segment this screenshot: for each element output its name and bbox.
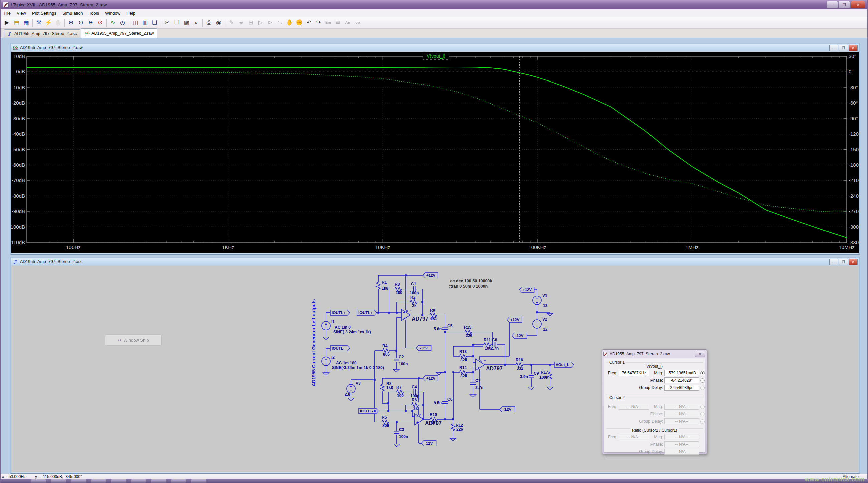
fft-icon[interactable]: ◷ xyxy=(118,18,127,27)
menu-item-plot-settings[interactable]: Plot Settings xyxy=(29,10,59,17)
dialog-close-button[interactable]: ✕ xyxy=(694,351,705,357)
svg-text:C6: C6 xyxy=(447,397,453,402)
resistor-R1[interactable] xyxy=(376,281,380,290)
cursor1-phase-radio[interactable] xyxy=(700,379,705,383)
svg-text:−: − xyxy=(416,415,418,419)
taskbar-item[interactable] xyxy=(151,479,166,483)
taskbar-item[interactable] xyxy=(31,479,46,483)
child-close-button[interactable]: ✕ xyxy=(848,259,858,265)
ground-symbol[interactable] xyxy=(528,387,534,390)
waveform-window-title: AD1955_Amp_797_Stereo_2.raw xyxy=(20,45,83,50)
print-preview-icon[interactable]: ◉ xyxy=(214,18,223,27)
ground-symbol[interactable] xyxy=(436,373,442,375)
run-icon[interactable]: ▶ xyxy=(2,18,12,27)
zoom-area-icon[interactable]: ⊙ xyxy=(76,18,86,27)
cursor1-mag-field[interactable]: -579.13651mdB xyxy=(664,370,699,376)
menu-item-file[interactable]: File xyxy=(1,10,14,17)
text-icon: Aa xyxy=(343,18,352,27)
taskbar-item[interactable] xyxy=(51,479,66,483)
menu-item-tools[interactable]: Tools xyxy=(86,10,102,17)
schematic-canvas[interactable]: R11k8R3100R22kR9681R15226R4806R7100R62kR… xyxy=(11,266,859,472)
menu-item-help[interactable]: Help xyxy=(123,10,138,17)
taskbar-item[interactable] xyxy=(71,479,86,483)
taskbar-item[interactable] xyxy=(191,479,207,483)
cursor1-freq-field[interactable]: 76.54787KHz xyxy=(619,370,650,376)
magnitude-trace[interactable] xyxy=(27,67,847,238)
copy-icon[interactable]: ❐ xyxy=(172,18,182,27)
current-source-I2[interactable] xyxy=(322,357,331,366)
child-close-button[interactable]: ✕ xyxy=(848,45,858,51)
junction-dot xyxy=(549,364,551,366)
svg-text:AD797: AD797 xyxy=(486,366,503,372)
taskbar-item[interactable] xyxy=(91,479,106,483)
taskbar-item[interactable] xyxy=(111,479,126,483)
status-x-readout: x = 50.000Hz xyxy=(2,474,26,479)
undo-icon[interactable]: ↶ xyxy=(304,18,314,27)
pause-hand-icon: ✋ xyxy=(54,18,63,27)
phase-trace[interactable] xyxy=(27,72,847,212)
tile-vertical-icon[interactable]: ◫ xyxy=(130,18,140,27)
ground-symbol[interactable] xyxy=(450,438,456,441)
resistor-R17[interactable] xyxy=(548,372,552,380)
print-icon[interactable]: ⎙ xyxy=(204,18,214,27)
junction-dot xyxy=(472,344,474,346)
junction-dot xyxy=(396,312,398,314)
redo-icon[interactable]: ↷ xyxy=(314,18,323,27)
ground-symbol[interactable] xyxy=(393,369,399,372)
minimize-button[interactable]: – xyxy=(827,1,838,8)
junction-dot xyxy=(387,402,389,404)
waveform-window-titlebar[interactable]: AD1955_Amp_797_Stereo_2.raw — ❐ ✕ xyxy=(11,44,859,52)
control-panel-icon[interactable]: ⚒ xyxy=(34,18,44,27)
ground-symbol[interactable] xyxy=(547,313,553,316)
taskbar-item[interactable] xyxy=(131,479,146,483)
group-delay-label: Group Delay: xyxy=(633,449,663,454)
child-restore-button[interactable]: ❐ xyxy=(839,259,848,265)
resistor-R12[interactable] xyxy=(451,423,455,431)
child-minimize-button[interactable]: — xyxy=(829,45,838,51)
ground-symbol[interactable] xyxy=(470,395,476,397)
taskbar-item[interactable] xyxy=(171,479,186,483)
child-minimize-button[interactable]: — xyxy=(829,259,838,265)
ground-symbol[interactable] xyxy=(323,337,329,340)
cursor1-phase-field[interactable]: -84.214028° xyxy=(664,378,699,383)
restore-button[interactable]: ❐ xyxy=(839,1,850,8)
current-source-I1[interactable] xyxy=(322,321,331,330)
zoom-out-icon[interactable]: ⊖ xyxy=(86,18,95,27)
cursor-dialog-titlebar[interactable]: AD1955_Amp_797_Stereo_2.raw xyxy=(603,351,706,357)
cut-icon[interactable]: ✂ xyxy=(162,18,172,27)
menu-item-window[interactable]: Window xyxy=(102,10,123,17)
resistor-R8[interactable] xyxy=(380,383,384,392)
ground-symbol[interactable] xyxy=(348,398,354,401)
cursor1-gd-field[interactable]: 2.6546989µs xyxy=(664,385,699,391)
child-restore-button[interactable]: ❐ xyxy=(839,45,848,51)
paste-icon[interactable]: ▨ xyxy=(182,18,191,27)
menu-item-view[interactable]: View xyxy=(14,10,29,17)
zoom-in-icon[interactable]: ⊕ xyxy=(66,18,76,27)
drag-hand-icon[interactable]: ✋ xyxy=(285,18,294,27)
tab-waveform[interactable]: AD1955_Amp_797_Stereo_2.raw xyxy=(81,28,157,38)
open-icon[interactable]: ▤ xyxy=(12,18,21,27)
schematic-area[interactable]: ✂ Window Snip R11k8R3100R22kR9681R15226R… xyxy=(11,265,859,472)
move-hand-icon[interactable]: ✊ xyxy=(294,18,304,27)
ground-symbol[interactable] xyxy=(547,387,553,390)
save-icon[interactable]: ▦ xyxy=(21,18,31,27)
legend-vout-l[interactable]: V(vout_l) xyxy=(427,54,445,59)
run-man-icon[interactable]: ⚡ xyxy=(44,18,54,27)
find-icon[interactable]: ⌕ xyxy=(191,18,201,27)
autorange-icon[interactable]: ∿ xyxy=(108,18,118,27)
tile-horizontal-icon[interactable]: ▥ xyxy=(140,18,150,27)
cursor1-mag-radio[interactable] xyxy=(700,371,705,376)
toolbar-separator xyxy=(106,19,106,27)
menu-item-simulation[interactable]: Simulation xyxy=(59,10,86,17)
tab-schematic[interactable]: AD1955_Amp_797_Stereo_2.asc xyxy=(4,29,80,38)
plot-area[interactable]: 10dB30°0dB0°-10dB-30°-20dB-60°-30dB-90°-… xyxy=(11,52,859,253)
schematic-window-titlebar[interactable]: AD1955_Amp_797_Stereo_2.asc — ❐ ✕ xyxy=(11,258,859,265)
bode-plot-canvas[interactable]: 10dB30°0dB0°-10dB-30°-20dB-60°-30dB-90°-… xyxy=(11,52,859,253)
cursor-dialog[interactable]: AD1955_Amp_797_Stereo_2.raw ✕ Cursor 1 V… xyxy=(602,349,707,454)
junction-dot xyxy=(417,378,420,380)
cascade-icon[interactable]: ❏ xyxy=(150,18,159,27)
ground-symbol[interactable] xyxy=(323,373,329,376)
close-button[interactable]: ✕ xyxy=(850,1,865,8)
ground-symbol[interactable] xyxy=(394,444,400,447)
zoom-full-icon[interactable]: ⊘ xyxy=(95,18,105,27)
